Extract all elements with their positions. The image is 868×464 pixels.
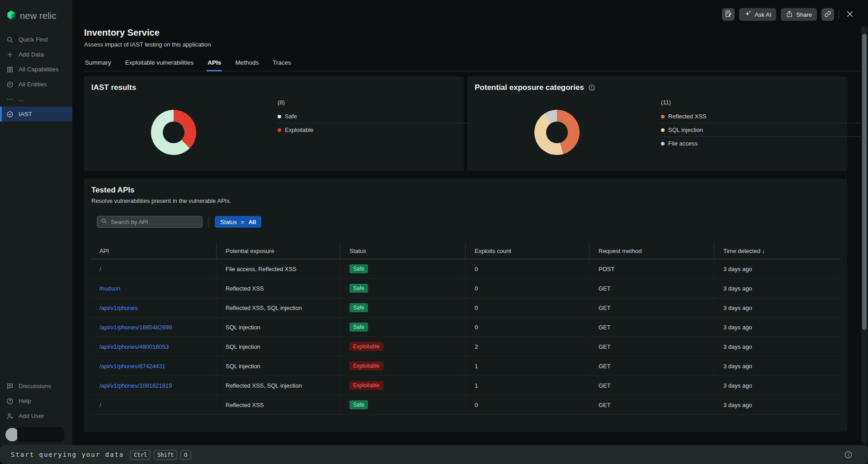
cell-potential-exposure: SQL injection: [217, 337, 340, 356]
legend-label: SQL injection: [668, 127, 856, 133]
tested-apis-title: Tested APIs: [91, 186, 840, 195]
api-link[interactable]: /api/v1/phones/480016053: [99, 343, 169, 350]
exposure-categories-title: Potential exposure categories: [475, 83, 584, 92]
sidebar-item-discussions[interactable]: Discussions: [0, 379, 72, 394]
column-header-api[interactable]: API: [90, 243, 217, 259]
copy-link-button[interactable]: [821, 8, 834, 21]
cell-request-method: GET: [590, 298, 714, 317]
legend-label: File access: [668, 140, 856, 147]
cell-exploits-count: 1: [466, 376, 590, 395]
sidebar-item-iast[interactable]: IAST: [0, 107, 72, 122]
tab-methods[interactable]: Methods: [234, 56, 259, 71]
table-row: /api/v1/phones/1081821819Reflected XSS, …: [90, 376, 841, 395]
status-badge: Safe: [349, 400, 368, 409]
query-info-icon[interactable]: [844, 450, 853, 459]
cell-request-method: GET: [590, 279, 714, 298]
cell-time-detected: 3 days ago: [714, 279, 841, 298]
iast-icon: [6, 111, 14, 118]
ask-ai-button[interactable]: Ask AI: [739, 8, 776, 21]
column-header-exploits-count[interactable]: Exploits count: [466, 243, 590, 259]
tab-traces[interactable]: Traces: [272, 56, 292, 71]
sidebar-item-all-entities[interactable]: All Entities: [0, 77, 72, 92]
cell-time-detected: 3 days ago: [714, 298, 841, 317]
exposure-categories-panel: Potential exposure categories (11) Refle…: [467, 76, 847, 171]
legend-row-reflected-xss: Reflected XSS545.45%: [661, 110, 868, 123]
column-header-potential-exposure[interactable]: Potential exposure: [217, 243, 340, 259]
notes-button[interactable]: [722, 8, 735, 21]
cell-request-method: GET: [590, 376, 714, 395]
cell-potential-exposure: SQL injection: [217, 318, 340, 337]
sidebar-item-ellipsis[interactable]: ...: [0, 92, 72, 107]
table-row: /Reflected XSSSafe0GET3 days ago: [90, 395, 841, 415]
tested-apis-subtitle: Resolve vulnerabilities present in the v…: [91, 197, 840, 204]
sidebar-item-all-capabilities[interactable]: All Capabilities: [0, 62, 72, 77]
cell-potential-exposure: Reflected XSS, SQL injection: [217, 376, 340, 395]
sidebar-item-add-data[interactable]: Add Data: [0, 47, 72, 62]
iast-results-title: IAST results: [91, 83, 136, 92]
cell-time-detected: 3 days ago: [714, 395, 841, 414]
info-icon[interactable]: [588, 84, 595, 91]
api-link[interactable]: /: [99, 266, 101, 272]
ask-ai-label: Ask AI: [755, 11, 771, 18]
sidebar-item-help[interactable]: Help: [0, 394, 72, 408]
cell-time-detected: 3 days ago: [714, 356, 841, 375]
sidebar-item-label: Discussions: [19, 383, 51, 389]
cell-exploits-count: 0: [466, 318, 590, 337]
status-filter-pill[interactable]: Status = All: [215, 216, 261, 228]
tab-summary[interactable]: Summary: [84, 56, 112, 71]
status-badge: Safe: [349, 323, 368, 332]
api-search-box[interactable]: [97, 216, 203, 228]
column-header-request-method[interactable]: Request method: [590, 243, 714, 259]
status-badge: Exploitable: [349, 381, 383, 390]
cell-api: /api/v1/phones/480016053: [90, 337, 217, 356]
sidebar-item-label: Add User: [19, 412, 44, 419]
legend-label: Safe: [285, 113, 473, 120]
column-header-status[interactable]: Status: [340, 243, 466, 259]
column-header-time-detected[interactable]: Time detected ↓: [714, 243, 841, 259]
filter-value: All: [248, 219, 256, 225]
tab-apis[interactable]: APIs: [207, 56, 222, 71]
cell-api: /api/v1/phones/1081821819: [90, 376, 217, 395]
api-link[interactable]: /api/v1/phones: [99, 305, 138, 311]
api-link[interactable]: /api/v1/phones/1665482699: [99, 324, 172, 331]
sidebar-item-add-user[interactable]: Add User: [0, 408, 72, 423]
sidebar-item-label: Quick Find: [19, 36, 48, 43]
sidebar-item-label: Help: [19, 398, 31, 404]
user-name-redacted: [17, 427, 64, 442]
cell-potential-exposure: Reflected XSS: [217, 279, 340, 298]
status-badge: Exploitable: [349, 361, 383, 370]
grid-icon: [6, 66, 14, 73]
sidebar-item-label: IAST: [19, 111, 32, 117]
brand[interactable]: new relic: [0, 0, 72, 25]
tab-exploitable-vulnerabilities[interactable]: Exploitable vulnerabilities: [124, 56, 195, 71]
sidebar-nav: Quick FindAdd DataAll CapabilitiesAll En…: [0, 32, 72, 122]
sidebar-item-quick-find[interactable]: Quick Find: [0, 32, 72, 47]
api-link[interactable]: /: [99, 402, 101, 408]
top-actions: Ask AI Share: [722, 8, 856, 21]
query-bar[interactable]: Start querying your data CtrlShiftO: [0, 445, 868, 464]
legend-dot: [278, 128, 281, 132]
iast-results-donut-chart[interactable]: [151, 110, 196, 155]
legend-dot: [661, 115, 665, 118]
legend-dot: [661, 128, 665, 132]
sidebar: new relic Quick FindAdd DataAll Capabili…: [0, 0, 72, 445]
query-bar-text: Start querying your data: [11, 451, 124, 458]
scrollbar-thumb[interactable]: [862, 34, 867, 330]
cell-exploits-count: 1: [466, 356, 590, 375]
exposure-categories-donut-chart[interactable]: [534, 110, 580, 155]
sidebar-bottom: DiscussionsHelpAdd User: [0, 379, 72, 445]
close-button[interactable]: [844, 8, 856, 21]
share-icon: [786, 10, 793, 19]
close-icon: [846, 10, 854, 19]
user-menu[interactable]: [0, 423, 72, 443]
api-link[interactable]: /api/v1/phones/67424431: [99, 363, 165, 370]
page-subtitle: Assess impact of IAST testing on this ap…: [84, 41, 868, 48]
api-link[interactable]: /hudson: [99, 285, 120, 292]
api-link[interactable]: /api/v1/phones/1081821819: [99, 382, 172, 389]
entities-icon: [6, 81, 14, 88]
plus-icon: [6, 51, 14, 58]
cell-potential-exposure: File access, Reflected XSS: [217, 259, 340, 278]
cell-request-method: GET: [590, 356, 714, 375]
share-button[interactable]: Share: [781, 8, 817, 21]
search-input[interactable]: [110, 218, 198, 226]
